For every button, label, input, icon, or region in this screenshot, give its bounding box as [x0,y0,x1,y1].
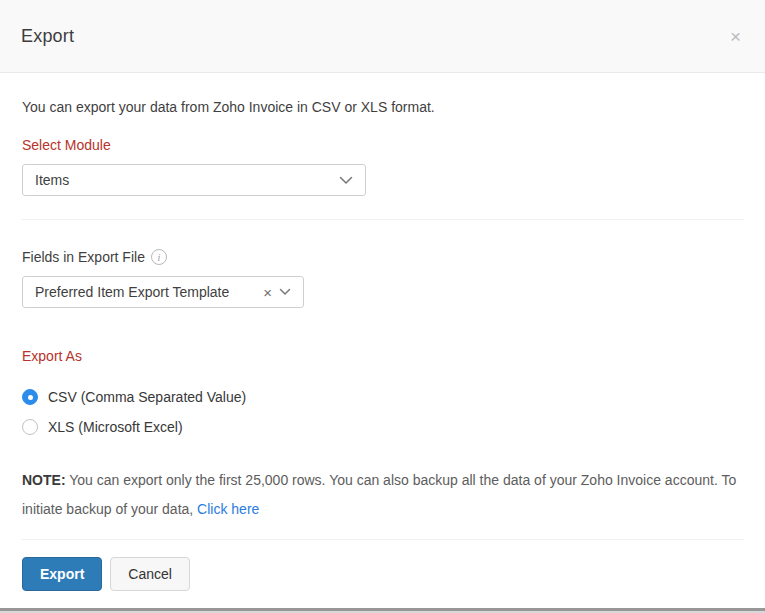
info-icon[interactable]: i [151,249,167,265]
export-as-label: Export As [22,348,743,364]
dialog-title: Export [21,26,74,47]
fields-in-export-file-label: Fields in Export File [22,249,145,265]
radio-option-csv[interactable]: CSV (Comma Separated Value) [22,389,743,405]
chevron-down-icon [279,288,291,296]
radio-unselected-icon[interactable] [22,419,38,435]
intro-text: You can export your data from Zoho Invoi… [22,99,743,115]
note-text: NOTE: You can export only the first 25,0… [22,466,743,524]
note-prefix: NOTE: [22,472,66,488]
dialog-footer: Export Cancel [0,557,765,591]
template-select[interactable]: Preferred Item Export Template × [22,276,304,308]
click-here-link[interactable]: Click here [197,501,259,517]
dialog-header: Export × [0,0,765,73]
cancel-button[interactable]: Cancel [110,557,190,591]
radio-option-xls[interactable]: XLS (Microsoft Excel) [22,419,743,435]
radio-option-label: XLS (Microsoft Excel) [48,419,183,435]
template-select-value: Preferred Item Export Template [35,284,263,300]
close-icon[interactable]: × [730,27,741,46]
chevron-down-icon [339,176,353,185]
radio-selected-icon[interactable] [22,389,38,405]
module-select-value: Items [35,172,339,188]
divider [22,219,744,220]
clear-icon[interactable]: × [263,285,272,300]
radio-option-label: CSV (Comma Separated Value) [48,389,246,405]
note-body: You can export only the first 25,000 row… [22,472,736,517]
dialog-body: You can export your data from Zoho Invoi… [0,99,765,540]
export-button[interactable]: Export [22,557,102,591]
select-module-label: Select Module [22,137,743,153]
export-as-radio-group: CSV (Comma Separated Value) XLS (Microso… [22,389,743,435]
fields-label-row: Fields in Export File i [22,249,743,265]
divider [22,539,744,540]
module-select[interactable]: Items [22,164,366,196]
export-dialog: Export × You can export your data from Z… [0,0,765,613]
